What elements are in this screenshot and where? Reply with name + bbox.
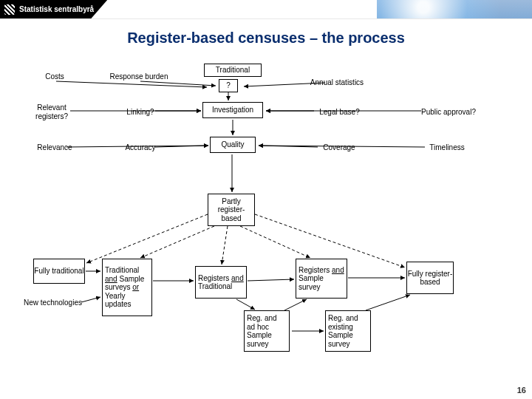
box-partly: Partly register-based [208, 194, 255, 226]
brand-logo: Statistisk sentralbyrå [0, 0, 107, 18]
page-number: 16 [517, 386, 526, 395]
box-fully-reg: Fully register-based [406, 262, 454, 294]
header-art [377, 0, 532, 18]
label-timeliness: Timeliness [410, 143, 484, 152]
box-fully-traditional: Fully traditional [33, 259, 85, 284]
header-bar: Statistisk sentralbyrå [0, 0, 532, 19]
label-accuracy: Accuracy [115, 143, 166, 152]
svg-line-27 [366, 295, 410, 310]
label-costs: Costs [29, 72, 81, 81]
svg-line-16 [222, 226, 228, 265]
label-annual-stats: Annual statistics [293, 78, 381, 87]
box-reg-adhoc: Reg. and ad hoc Sample survey [244, 310, 290, 352]
box-question: ? [219, 79, 238, 92]
page-title: Register-based censuses – the process [0, 30, 532, 47]
box-reg-and-trad: Registers and Traditional [195, 266, 247, 299]
label-response-burden: Response burden [99, 72, 179, 81]
svg-line-0 [56, 81, 207, 87]
box-reg-existing: Reg. and existing Sample survey [325, 310, 371, 352]
label-linking: Linking? [115, 108, 166, 117]
label-relevance: Relevance [25, 143, 84, 152]
box-reg-and-sample: Registers and Sample survey [296, 259, 347, 299]
label-relevant-registers: Relevant registers? [22, 103, 81, 120]
svg-line-14 [86, 214, 208, 263]
label-legal-base: Legal base? [304, 108, 375, 117]
box-trad-sample: Traditional and Sample surveys or Yearly… [102, 259, 152, 316]
label-coverage: Coverage [306, 143, 372, 152]
label-public-approval: Public approval? [408, 108, 489, 117]
box-traditional: Traditional [204, 64, 262, 77]
brand-text: Statistisk sentralbyrå [19, 5, 94, 13]
svg-line-15 [140, 226, 214, 258]
box-quality: Quality [210, 137, 256, 153]
svg-line-24 [236, 299, 255, 310]
svg-line-1 [140, 81, 216, 86]
label-new-tech: New technologies [10, 299, 95, 307]
box-reg-and-sample-text: Registers and Sample survey [299, 266, 344, 292]
box-trad-sample-text: Traditional and Sample surveys or Yearly… [105, 266, 149, 309]
svg-line-17 [240, 226, 310, 258]
svg-line-26 [284, 299, 307, 310]
box-investigation: Investigation [202, 102, 263, 118]
box-reg-and-trad-text: Registers and Traditional [198, 274, 244, 291]
logo-icon [4, 4, 15, 15]
svg-line-22 [248, 279, 294, 281]
